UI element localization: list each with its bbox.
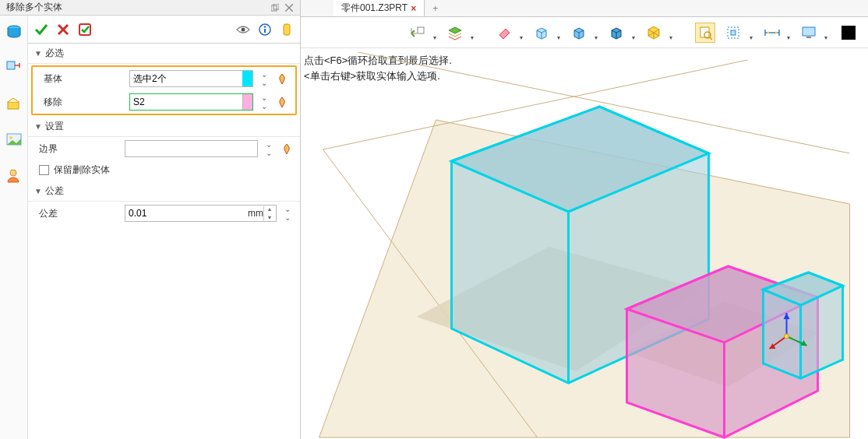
tb-cube2-icon[interactable] [571, 23, 598, 43]
svg-rect-29 [803, 27, 815, 36]
boundary-input[interactable] [125, 140, 258, 157]
add-tab-icon[interactable]: + [425, 3, 446, 14]
keep-removed-checkbox[interactable] [39, 165, 49, 175]
view-toolbar [301, 17, 868, 48]
tab-part[interactable]: 零件001.Z3PRT × [333, 0, 425, 16]
svg-point-17 [264, 26, 266, 27]
tb-monitor-icon[interactable] [801, 23, 827, 43]
settings-header[interactable]: ▼ 设置 [28, 117, 300, 137]
required-header[interactable]: ▼ 必选 [28, 44, 300, 64]
remove-color-swatch [242, 94, 252, 110]
left-panel: 移除多个实体 [0, 0, 301, 439]
tb-wireframe-icon[interactable] [646, 23, 672, 43]
base-color-swatch [242, 71, 252, 86]
panel-title: 移除多个实体 [6, 1, 62, 14]
cancel-button[interactable] [55, 21, 72, 38]
tool-open-box-icon[interactable] [4, 93, 24, 114]
tb-search-icon[interactable] [695, 23, 715, 43]
remove-input[interactable] [129, 93, 253, 111]
apply-button[interactable] [76, 21, 94, 38]
panel-title-bar: 移除多个实体 [0, 0, 300, 16]
cube-small [764, 272, 843, 378]
collapse-icon: ▼ [34, 122, 42, 131]
tb-eraser-icon[interactable] [496, 23, 523, 43]
remove-pushpin-icon[interactable] [275, 96, 289, 108]
tool-user-icon[interactable] [4, 165, 24, 185]
tolerance-expand-icon[interactable]: ⌄⌄ [281, 205, 294, 222]
remove-expand-icon[interactable]: ⌄⌄ [258, 93, 270, 111]
svg-rect-20 [418, 27, 424, 33]
boundary-row: 边界 ⌄⌄ [28, 137, 300, 160]
tolerance-section-label: 公差 [45, 184, 64, 198]
base-pushpin-icon[interactable] [275, 72, 289, 85]
info-icon[interactable] [256, 21, 273, 38]
collapse-icon: ▼ [34, 49, 42, 58]
collapse-icon: ▼ [34, 187, 42, 195]
tolerance-row: 公差 mm ▴ ▾ ⌄⌄ [28, 202, 300, 225]
tb-insert-icon[interactable] [410, 23, 436, 43]
svg-rect-31 [842, 26, 856, 40]
remove-label: 移除 [39, 96, 125, 109]
svg-point-15 [242, 27, 245, 31]
tolerance-label: 公差 [34, 207, 120, 220]
keep-removed-label: 保留删除实体 [54, 163, 110, 177]
svg-point-10 [9, 136, 12, 139]
tolerance-field: mm ▴ ▾ [125, 205, 277, 222]
spin-down-icon[interactable]: ▾ [263, 213, 274, 222]
close-tab-icon[interactable]: × [411, 3, 416, 14]
tab-bar: 零件001.Z3PRT × + [301, 0, 868, 17]
boundary-field [125, 140, 258, 157]
boundary-expand-icon[interactable]: ⌄⌄ [263, 140, 275, 157]
tolerance-input[interactable] [125, 205, 245, 222]
base-field [129, 70, 253, 87]
svg-rect-25 [731, 30, 736, 35]
tb-color-icon[interactable] [838, 23, 859, 43]
tab-label: 零件001.Z3PRT [341, 2, 408, 15]
svg-rect-8 [8, 102, 19, 109]
restore-icon[interactable] [270, 3, 280, 12]
base-label: 基体 [39, 72, 125, 86]
close-panel-icon[interactable] [284, 3, 294, 12]
tool-strip [0, 16, 28, 439]
tb-frame-icon[interactable] [726, 23, 753, 43]
boundary-pushpin-icon[interactable] [280, 142, 294, 155]
svg-rect-18 [264, 29, 266, 33]
remove-row: 移除 ⌄⌄ [33, 90, 295, 114]
tb-dim-icon[interactable] [764, 23, 790, 43]
svg-rect-19 [284, 24, 290, 35]
svg-line-23 [710, 37, 712, 40]
tool-cube-tree-icon[interactable] [4, 58, 24, 78]
right-panel: 零件001.Z3PRT × + 点击<F6>循环拾取直到最后选择. <单 [301, 0, 868, 439]
required-label: 必选 [45, 47, 64, 60]
tool-cylinder-icon[interactable] [4, 22, 24, 42]
highlight-annotation: 基体 ⌄⌄ 移除 ⌄⌄ [31, 65, 297, 115]
base-row: 基体 ⌄⌄ [33, 67, 295, 90]
tool-image-icon[interactable] [4, 129, 24, 149]
svg-point-55 [785, 334, 789, 339]
form-area: ▼ 必选 基体 ⌄⌄ 移除 [28, 16, 300, 439]
tb-cube1-icon[interactable] [534, 23, 560, 43]
viewport[interactable]: 点击<F6>循环拾取直到最后选择. <单击右键>获取实体输入选项. [301, 48, 868, 439]
tolerance-unit: mm [248, 208, 263, 219]
remove-field [129, 93, 253, 111]
eye-icon[interactable] [235, 21, 252, 38]
action-bar [28, 16, 300, 44]
base-expand-icon[interactable]: ⌄⌄ [258, 70, 270, 87]
settings-label: 设置 [45, 120, 64, 133]
svg-rect-5 [7, 61, 15, 69]
base-input[interactable] [129, 70, 253, 87]
tb-layers-icon[interactable] [447, 23, 474, 43]
svg-rect-30 [806, 37, 811, 38]
tolerance-header[interactable]: ▼ 公差 [28, 181, 300, 202]
boundary-label: 边界 [34, 142, 120, 156]
tb-cube3-icon[interactable] [609, 23, 635, 43]
ok-button[interactable] [33, 21, 50, 38]
svg-point-11 [10, 170, 16, 176]
spin-up-icon[interactable]: ▴ [263, 205, 274, 213]
scene-3d [301, 48, 868, 439]
keep-removed-row[interactable]: 保留删除实体 [28, 160, 300, 181]
pin-icon[interactable] [278, 21, 295, 38]
